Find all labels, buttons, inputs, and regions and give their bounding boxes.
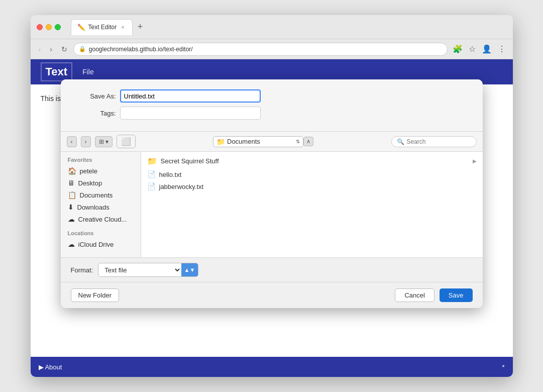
maximize-button[interactable] [55, 24, 61, 30]
fb-back-button[interactable]: ‹ [67, 136, 77, 147]
tags-row: Tags: [76, 107, 468, 120]
menu-button[interactable]: ⋮ [496, 42, 508, 56]
tab-icon: ✏️ [77, 24, 85, 31]
fb-new-folder-icon-button[interactable]: ⬜ [117, 135, 136, 148]
desktop-icon: 🖥 [68, 179, 75, 187]
favorites-label: Favorites [61, 157, 141, 165]
traffic-lights [37, 24, 61, 30]
fb-forward-button[interactable]: › [81, 136, 91, 147]
save-dialog: Save As: Tags: ‹ › ⊞ [61, 79, 483, 308]
sidebar-item-petele[interactable]: 🏠 petele [61, 165, 141, 177]
sidebar-item-desktop[interactable]: 🖥 Desktop [61, 177, 141, 189]
downloads-icon: ⬇ [68, 203, 74, 211]
sidebar-item-creative-cloud[interactable]: ☁ Creative Cloud... [61, 213, 141, 225]
sidebar-item-label: petele [80, 167, 97, 175]
sidebar-item-label: Documents [80, 191, 113, 199]
footer-star: * [502, 363, 504, 371]
title-bar: ✏️ Text Editor × + [31, 15, 513, 39]
forward-button[interactable]: › [47, 43, 55, 55]
save-as-row: Save As: [76, 89, 468, 103]
location-name: Documents [227, 138, 294, 145]
file-item-hello[interactable]: 📄 hello.txt [141, 168, 483, 180]
cloud-icon: ☁ [68, 215, 75, 223]
location-arrows-icon: ⇅ [296, 139, 300, 144]
format-select-wrapper: Text file HTML file Markdown ▲▼ [98, 263, 198, 277]
save-button[interactable]: Save [440, 288, 473, 302]
account-button[interactable]: 👤 [480, 42, 494, 56]
url-text: googlechromelabs.github.io/text-editor/ [89, 46, 193, 53]
sidebar-item-label: Creative Cloud... [78, 216, 127, 223]
cancel-button[interactable]: Cancel [395, 288, 434, 302]
sidebar-item-label: Desktop [78, 179, 102, 187]
minimize-button[interactable] [46, 24, 52, 30]
fb-location-dropdown: 📁 Documents ⇅ ∧ [140, 136, 387, 147]
home-icon: 🏠 [68, 167, 76, 175]
sidebar-item-icloud[interactable]: ☁ iCloud Drive [61, 238, 141, 250]
sidebar-item-label: iCloud Drive [78, 241, 114, 248]
close-button[interactable] [37, 24, 43, 30]
location-expand-button[interactable]: ∧ [303, 137, 313, 146]
page-content: Text File This is a n Save As: Tags: [31, 59, 513, 357]
dialog-footer: New Folder Cancel Save [61, 282, 483, 308]
dialog-overlay: Save As: Tags: ‹ › ⊞ [31, 59, 513, 357]
file-name: hello.txt [159, 171, 182, 178]
search-input[interactable] [407, 138, 467, 145]
nav-actions: 🧩 ☆ 👤 ⋮ [451, 42, 508, 56]
filename-input[interactable] [120, 89, 261, 103]
tags-label: Tags: [76, 110, 116, 117]
location-folder-icon: 📁 [216, 138, 225, 146]
about-text[interactable]: ▶ About [39, 363, 62, 371]
files-panel: 📁 Secret Squirrel Stuff ▶ 📄 hello.txt 📄 … [141, 152, 483, 257]
sidebar-item-documents[interactable]: 📋 Documents [61, 189, 141, 201]
folder-item-secret-squirrel[interactable]: 📁 Secret Squirrel Stuff ▶ [141, 154, 483, 168]
folder-arrow-icon: ▶ [473, 158, 477, 164]
format-label: Format: [71, 266, 93, 274]
file-icon: 📄 [147, 170, 156, 178]
file-icon: 📄 [147, 182, 156, 190]
reload-button[interactable]: ↻ [58, 43, 70, 55]
tab-close-button[interactable]: × [120, 24, 126, 31]
file-browser-toolbar: ‹ › ⊞ ▾ ⬜ 📁 Documents ⇅ [61, 132, 483, 152]
fb-view-button[interactable]: ⊞ ▾ [95, 136, 113, 147]
address-bar[interactable]: 🔒 googlechromelabs.github.io/text-editor… [73, 43, 448, 56]
dialog-footer-actions: Cancel Save [395, 288, 472, 302]
browser-panels: Favorites 🏠 petele 🖥 Desktop 📋 [61, 152, 483, 257]
sidebar-item-label: Downloads [77, 204, 110, 211]
location-select[interactable]: 📁 Documents ⇅ [213, 136, 303, 147]
folder-name: Secret Squirrel Stuff [161, 157, 219, 165]
search-icon: 🔍 [397, 138, 404, 145]
extensions-button[interactable]: 🧩 [451, 42, 465, 56]
star-button[interactable]: ☆ [467, 42, 478, 56]
new-tab-button[interactable]: + [135, 21, 146, 33]
nav-bar: ‹ › ↻ 🔒 googlechromelabs.github.io/text-… [31, 39, 513, 59]
format-bar: Format: Text file HTML file Markdown ▲▼ [61, 257, 483, 282]
sidebar-item-downloads[interactable]: ⬇ Downloads [61, 201, 141, 213]
save-as-label: Save As: [76, 92, 116, 100]
tab-title: Text Editor [88, 24, 117, 31]
folder-icon: 📁 [147, 156, 157, 166]
dialog-top: Save As: Tags: [61, 79, 483, 132]
format-select[interactable]: Text file HTML file Markdown [98, 264, 181, 276]
tab-bar: ✏️ Text Editor × + [71, 19, 507, 35]
sidebar-panel: Favorites 🏠 petele 🖥 Desktop 📋 [61, 152, 141, 257]
view-dropdown-icon: ▾ [105, 138, 108, 145]
file-browser: ‹ › ⊞ ▾ ⬜ 📁 Documents ⇅ [61, 132, 483, 282]
lock-icon: 🔒 [79, 46, 86, 52]
back-button[interactable]: ‹ [36, 43, 44, 55]
format-arrows-button[interactable]: ▲▼ [181, 263, 198, 276]
view-icon: ⊞ [99, 138, 104, 145]
locations-label: Locations [61, 230, 141, 238]
file-item-jabberwocky[interactable]: 📄 jabberwocky.txt [141, 180, 483, 192]
browser-window: ✏️ Text Editor × + ‹ › ↻ 🔒 googlechromel… [31, 15, 513, 377]
fb-search-box[interactable]: 🔍 [391, 136, 477, 147]
tags-input[interactable] [120, 107, 261, 120]
documents-icon: 📋 [68, 191, 76, 199]
new-folder-button[interactable]: New Folder [71, 288, 119, 302]
active-tab[interactable]: ✏️ Text Editor × [71, 19, 133, 35]
icloud-icon: ☁ [68, 240, 75, 248]
file-name: jabberwocky.txt [159, 183, 204, 190]
bottom-bar: ▶ About * [31, 357, 513, 377]
